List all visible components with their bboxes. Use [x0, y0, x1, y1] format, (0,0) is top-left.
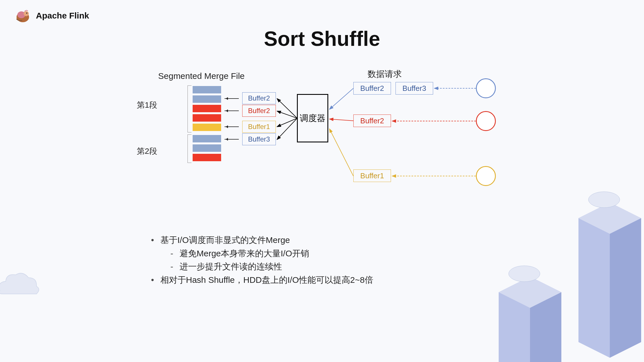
file-block — [193, 135, 221, 142]
consumer-circle — [476, 111, 496, 131]
file-buffer-box: Buffer3 — [242, 133, 276, 145]
merge-file-label: Segmented Merge File — [158, 71, 245, 81]
file-block — [193, 114, 221, 122]
svg-point-14 — [588, 192, 620, 208]
arrow-icon — [225, 98, 239, 99]
mid-buffer-box: Buffer2 — [353, 114, 391, 127]
file-block — [193, 124, 221, 131]
svg-line-9 — [329, 119, 353, 121]
decoration-server-icon — [496, 185, 644, 362]
connector-svg — [391, 85, 476, 182]
svg-point-2 — [24, 11, 29, 16]
file-block — [193, 95, 221, 103]
file-block — [193, 154, 221, 161]
bullet-sub-item: 避免Merge本身带来的大量I/O开销 — [151, 247, 373, 260]
file-block — [193, 105, 221, 112]
diagram-area: Segmented Merge File 第1段 第2段 Buffer2 Buf… — [137, 71, 530, 219]
header: Apache Flink — [14, 9, 89, 23]
consumer-circle — [476, 78, 496, 98]
flink-logo-icon — [14, 9, 32, 23]
file-buffer-box: Buffer2 — [242, 105, 276, 117]
mid-buffer-box: Buffer2 — [353, 82, 391, 95]
svg-point-3 — [26, 13, 27, 14]
arrow-icon — [225, 111, 239, 111]
segment2-label: 第2段 — [137, 146, 157, 157]
consumer-circle — [476, 166, 496, 186]
bullet-item: 相对于Hash Shuffle，HDD盘上的I/O性能可以提高2~8倍 — [151, 273, 373, 287]
segment1-label: 第1段 — [137, 100, 157, 111]
connector-svg — [328, 85, 354, 182]
svg-line-6 — [277, 118, 297, 127]
bullet-sub-item: 进一步提升文件读的连续性 — [151, 260, 373, 273]
data-request-label: 数据请求 — [368, 68, 402, 80]
file-block — [193, 86, 221, 93]
page-title: Sort Shuffle — [264, 27, 380, 50]
connector-svg — [276, 94, 297, 142]
svg-line-5 — [277, 111, 297, 118]
arrow-icon — [225, 126, 239, 127]
svg-line-10 — [329, 129, 353, 176]
bullet-item: 基于I/O调度而非显式的文件Merge — [151, 234, 373, 247]
svg-line-7 — [277, 118, 297, 140]
mid-buffer-box: Buffer1 — [353, 169, 391, 182]
file-block — [193, 144, 221, 152]
bracket-seg2 — [188, 134, 191, 163]
svg-line-8 — [329, 88, 353, 109]
file-buffer-box: Buffer1 — [242, 121, 276, 133]
scheduler-box: 调度器 — [297, 94, 328, 142]
decoration-cloud-icon — [0, 262, 46, 308]
arrow-icon — [225, 139, 239, 140]
svg-line-4 — [277, 99, 297, 118]
brand-text: Apache Flink — [36, 11, 89, 21]
bracket-seg1 — [188, 85, 191, 132]
bullet-list: 基于I/O调度而非显式的文件Merge 避免Merge本身带来的大量I/O开销 … — [151, 234, 373, 287]
file-buffer-box: Buffer2 — [242, 92, 276, 104]
svg-point-15 — [509, 266, 540, 282]
